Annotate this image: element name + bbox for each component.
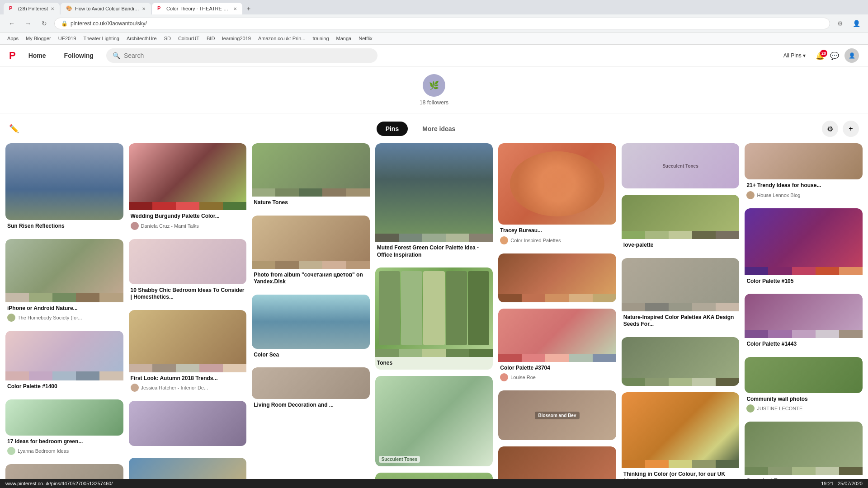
- back-button[interactable]: ←: [5, 17, 18, 30]
- pin-card-8[interactable]: First Look: Autumn 2018 Trends... Jessic…: [129, 310, 247, 395]
- pin-title-4: 17 ideas for bedroom green...: [7, 438, 122, 446]
- pin-card-7[interactable]: 10 Shabby Chic Bedroom Ideas To Consider…: [129, 239, 247, 304]
- pin-card-14[interactable]: Muted Forest Green Color Palette Idea - …: [375, 143, 493, 261]
- edit-button[interactable]: ✏️: [9, 124, 19, 134]
- pin-title-1: Sun Risen Reflections: [7, 223, 122, 230]
- extensions-button[interactable]: ⚙: [834, 17, 846, 30]
- pin-card-10[interactable]: Nature Tones: [252, 143, 370, 209]
- profile-area: 🌿 18 followers: [0, 67, 868, 113]
- pin-card-21[interactable]: Blossom and Bev: [498, 390, 616, 440]
- bookmark-bid[interactable]: BID: [205, 35, 217, 42]
- pin-card-3[interactable]: Color Palette #1400: [5, 331, 123, 393]
- pin-card-24[interactable]: love-palette: [622, 195, 740, 252]
- pin-title-29: Color Palette #105: [746, 278, 861, 285]
- bookmark-netflix[interactable]: Netflix: [357, 35, 374, 42]
- pin-card-25[interactable]: Nature-Inspired Color Palettes AKA Desig…: [622, 258, 740, 331]
- pin-card-11[interactable]: Photo from album "сочетания цветов" on Y…: [252, 216, 370, 288]
- address-text: pinterest.co.uk/Xiaowantou/sky/: [71, 20, 823, 27]
- tab-title-2: How to Avoid Colour Banding ...: [75, 6, 139, 11]
- pin-card-30[interactable]: Color Palette #1443: [745, 294, 863, 351]
- pin-author-4: Lyanna Bedroom Ideas: [7, 447, 122, 455]
- bookmark-ue2019[interactable]: UE2019: [57, 35, 78, 42]
- notifications-button[interactable]: 🔔 28: [816, 52, 825, 60]
- notif-badge: 28: [820, 50, 827, 57]
- filter-button[interactable]: ⚙: [822, 121, 838, 137]
- all-pins-dropdown[interactable]: All Pins ▾: [779, 50, 810, 61]
- pin-card-28[interactable]: 21+ Trendy Ideas for house... House Lenn…: [745, 143, 863, 202]
- pin-info-4: 17 ideas for bedroom green... Lyanna Bed…: [5, 436, 123, 458]
- pin-card-6[interactable]: Wedding Burgundy Palette Color... Daniel…: [129, 143, 247, 233]
- pin-title-25: Nature-Inspired Color Palettes AKA Desig…: [623, 314, 738, 328]
- new-tab-button[interactable]: +: [243, 3, 254, 14]
- pin-card-13[interactable]: Living Room Decoration and ...: [252, 367, 370, 412]
- bookmark-theater[interactable]: Theater Lighting: [81, 35, 121, 42]
- tab-pinterest[interactable]: P (28) Pinterest ✕: [4, 3, 60, 14]
- bookmark-manga[interactable]: Manga: [335, 35, 354, 42]
- nav-home[interactable]: Home: [23, 48, 52, 63]
- browser-controls: ← → ↻ 🔒 pinterest.co.uk/Xiaowantou/sky/ …: [0, 14, 868, 33]
- bookmark-colourut[interactable]: ColourUT: [176, 35, 201, 42]
- tab-more-ideas[interactable]: More ideas: [413, 122, 464, 136]
- bookmark-learning2019[interactable]: learning2019: [220, 35, 253, 42]
- bookmark-sd[interactable]: SD: [162, 35, 173, 42]
- pin-author-8: Jessica Hatcher - Interior De...: [131, 384, 245, 392]
- pin-title-2: iPhone or Android Nature...: [7, 305, 122, 312]
- pinterest-logo[interactable]: P: [9, 50, 16, 61]
- pin-info-25: Nature-Inspired Color Palettes AKA Desig…: [622, 311, 740, 331]
- pin-author-name-8: Jessica Hatcher - Interior De...: [141, 385, 208, 390]
- pin-card-extra-2[interactable]: [129, 401, 247, 451]
- tab-close-2[interactable]: ✕: [142, 6, 146, 11]
- user-avatar[interactable]: 👤: [844, 48, 859, 63]
- pin-author-name-18: Color Inspired Palettes: [510, 238, 561, 243]
- pin-card-29[interactable]: Color Palette #105: [745, 208, 863, 288]
- reload-button[interactable]: ↻: [38, 17, 51, 30]
- search-input[interactable]: [124, 52, 371, 59]
- profile-button[interactable]: 👤: [850, 17, 863, 30]
- pin-card-32[interactable]: Succulent Tones: [745, 422, 863, 488]
- forward-button[interactable]: →: [22, 17, 34, 30]
- bookmark-training[interactable]: training: [311, 35, 331, 42]
- search-box[interactable]: 🔍: [106, 48, 377, 63]
- pin-author-20: Louise Roe: [500, 373, 614, 381]
- pin-card-15[interactable]: Tones: [375, 267, 493, 370]
- profile-avatar: 🌿: [423, 74, 445, 97]
- pin-author-avatar-2: [7, 314, 15, 322]
- pin-author-name-4: Lyanna Bedroom Ideas: [18, 448, 69, 454]
- pin-card-26-mossy[interactable]: [622, 337, 740, 386]
- pin-card-31[interactable]: Community wall photos JUSTINE LECONTE: [745, 357, 863, 416]
- pin-info-29: Color Palette #105: [745, 275, 863, 288]
- pin-info-20: Color Palette #3704 Louise Roe: [498, 362, 616, 385]
- pin-author-18: Color Inspired Palettes: [500, 236, 614, 244]
- pin-info-extra-2: [129, 446, 247, 451]
- pin-card-4[interactable]: 17 ideas for bedroom green... Lyanna Bed…: [5, 399, 123, 458]
- pin-card-1[interactable]: Sun Risen Reflections: [5, 143, 123, 233]
- pin-card-27[interactable]: Thinking in Color (or Colour, for our UK…: [622, 392, 740, 488]
- bookmark-arch[interactable]: ArchitecthUre: [125, 35, 159, 42]
- pin-card-19-left[interactable]: [498, 253, 616, 302]
- add-button[interactable]: +: [843, 121, 859, 137]
- tab-close-3[interactable]: ✕: [233, 6, 237, 11]
- pin-author-28: House Lennox Blog: [746, 191, 861, 199]
- bookmark-apps[interactable]: Apps: [5, 35, 20, 42]
- pin-card-2[interactable]: iPhone or Android Nature... The Homebody…: [5, 239, 123, 325]
- pin-card-12[interactable]: Color Sea: [252, 295, 370, 361]
- tab-pins[interactable]: Pins: [377, 122, 408, 136]
- pin-author-avatar-20: [500, 373, 508, 381]
- pin-card-18[interactable]: Tracey Bureau... Color Inspired Palettes: [498, 143, 616, 247]
- tab-color-theory[interactable]: P Color Theory · THEATRE 4th St... ✕: [152, 3, 242, 14]
- messages-button[interactable]: 💬: [830, 52, 839, 60]
- tab-colour-banding[interactable]: 🎨 How to Avoid Colour Banding ... ✕: [61, 3, 151, 14]
- pin-card-20[interactable]: Color Palette #3704 Louise Roe: [498, 309, 616, 385]
- pin-author-31: JUSTINE LECONTE: [746, 404, 861, 413]
- pin-title-10: Nature Tones: [254, 199, 368, 206]
- bookmark-myblogger[interactable]: My Blogger: [24, 35, 53, 42]
- address-bar[interactable]: 🔒 pinterest.co.uk/Xiaowantou/sky/: [54, 18, 830, 29]
- pin-info-1: Sun Risen Reflections: [5, 220, 123, 233]
- bookmark-amazon[interactable]: Amazon.co.uk: Prin...: [256, 35, 307, 42]
- nav-following[interactable]: Following: [59, 48, 99, 63]
- pin-card-23[interactable]: Succulent Tones: [622, 143, 740, 188]
- profile-followers: 18 followers: [7, 99, 861, 106]
- pin-card-16[interactable]: Succulent Tones: [375, 376, 493, 466]
- tab-close-pinterest[interactable]: ✕: [51, 6, 54, 11]
- pin-info-15: Tones: [375, 357, 493, 370]
